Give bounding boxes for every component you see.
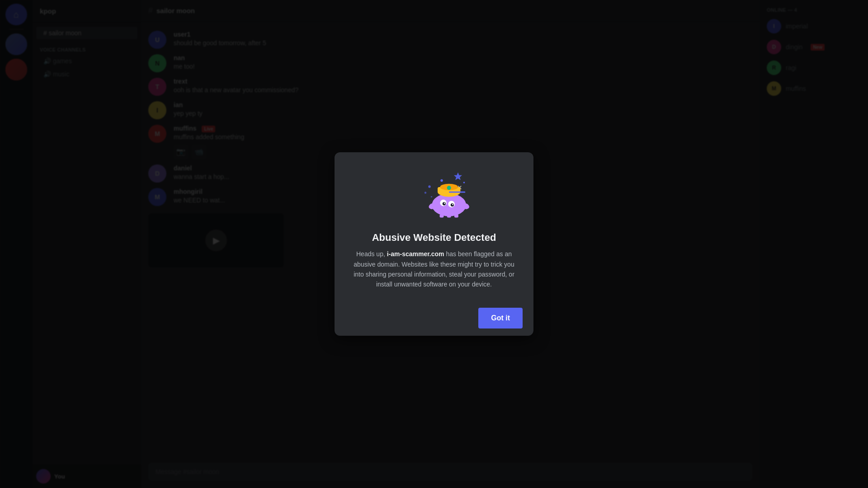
modal-description: Heads up, i-am-scammer.com has been flag… xyxy=(349,249,519,290)
svg-point-5 xyxy=(425,192,427,194)
svg-rect-23 xyxy=(454,214,458,217)
modal-footer: Got it xyxy=(335,300,533,336)
svg-point-1 xyxy=(440,179,443,182)
modal-body: Abusive Website Detected Heads up, i-am-… xyxy=(335,225,533,300)
abusive-website-modal: ✕ xyxy=(335,152,533,336)
svg-point-17 xyxy=(452,204,453,205)
svg-rect-20 xyxy=(449,192,465,193)
modal-title: Abusive Website Detected xyxy=(349,232,519,244)
modal-overlay: ✕ xyxy=(0,0,868,488)
svg-point-6 xyxy=(431,196,433,198)
svg-point-16 xyxy=(444,203,445,204)
got-it-button[interactable]: Got it xyxy=(478,308,523,328)
svg-point-4 xyxy=(428,186,430,188)
svg-marker-0 xyxy=(454,173,462,180)
svg-point-2 xyxy=(463,182,465,183)
modal-mascot: ✕ xyxy=(389,161,479,225)
svg-point-11 xyxy=(447,186,451,190)
svg-rect-22 xyxy=(447,215,451,217)
svg-rect-21 xyxy=(440,214,444,217)
